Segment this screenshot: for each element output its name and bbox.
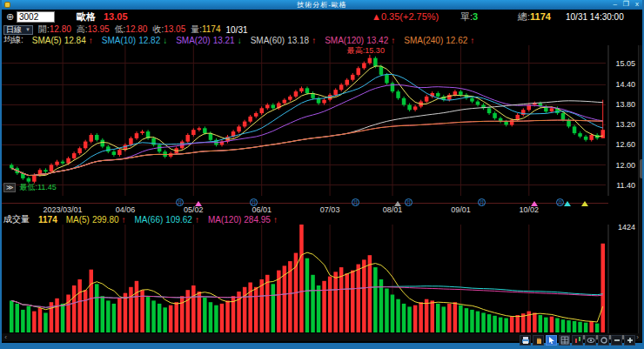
axis-line <box>2 203 608 204</box>
grid-button[interactable] <box>559 335 570 346</box>
volume-ma66-legend: MA(66)109.62↑ <box>135 215 199 225</box>
date-tick: 08/01 <box>383 205 403 214</box>
highest-price-annotation: 最高:15.30 <box>347 45 385 57</box>
price-tick: 12.60 <box>609 140 635 149</box>
month-event-icon: 月 <box>556 198 564 206</box>
volume-ma5-legend: MA(5)299.80↑ <box>66 215 126 225</box>
eye-button[interactable] <box>585 335 596 346</box>
price-tick: 13.20 <box>609 120 635 129</box>
date-tick: 2023/03/01 <box>44 205 83 214</box>
chart-toolbar <box>520 335 635 346</box>
volume-chart[interactable]: 1424 <box>2 225 644 333</box>
month-event-icon: 月 <box>405 198 413 206</box>
sma-legend-prefix: 均線: <box>3 34 23 46</box>
scroll-left-arrow[interactable]: ‹ <box>2 333 10 341</box>
open-value: 開:12.80 <box>38 23 71 36</box>
volume-axis-max: 1424 <box>609 223 635 232</box>
date-tick: 04/06 <box>116 205 136 214</box>
period-dropdown[interactable]: 日線▼ <box>3 25 33 35</box>
volume-header: 成交量 1174 MA(5)299.80↑ MA(66)109.62↑ MA(1… <box>2 214 642 225</box>
date-tick: 10/02 <box>520 205 540 214</box>
single-volume: 單:3 <box>460 11 478 23</box>
close-button[interactable]: x <box>635 0 639 10</box>
stock-code-input[interactable] <box>17 11 55 23</box>
sma60-legend: SMA(60)13.18↑ <box>251 36 316 45</box>
sma-legend-row: 均線: SMA(5)12.84↑ SMA(10)12.82↓ SMA(20)13… <box>2 35 642 45</box>
chevron-down-icon: ▼ <box>25 26 30 34</box>
total-volume: 總:1174 <box>518 11 551 23</box>
lowest-price-annotation: 最低:11.45 <box>19 182 56 193</box>
zoom-in-button[interactable] <box>624 335 635 346</box>
date-tick: 06/01 <box>252 205 272 214</box>
chart-type-button[interactable] <box>572 335 583 346</box>
volume-total: 1174 <box>38 215 57 225</box>
price-tick: 11.40 <box>609 181 635 190</box>
volume-label: 成交量 <box>3 213 30 225</box>
sma20-legend: SMA(20)13.21↓ <box>176 36 241 45</box>
price-tick: 14.40 <box>609 80 635 89</box>
close-value: 收:13.05 <box>152 23 185 36</box>
low-value: 低:12.80 <box>115 23 148 36</box>
sma120-legend: SMA(120)13.42↑ <box>325 36 395 45</box>
event-triangle-icon <box>581 201 588 206</box>
candlestick-svg <box>2 45 644 196</box>
sma10-legend: SMA(10)12.82↓ <box>102 36 167 45</box>
volume-ma120-legend: MA(120)284.95↑ <box>208 215 278 225</box>
window-title: 技術分析-歐格 <box>2 0 642 10</box>
price-tick: 13.80 <box>609 100 635 109</box>
title-bar: 技術分析-歐格 – ❐ x <box>2 0 642 10</box>
cursor-button[interactable] <box>546 335 557 346</box>
volume-svg <box>2 225 644 333</box>
symbol-search-icon[interactable]: ⊕ <box>6 11 14 23</box>
month-event-icon: 月 <box>176 198 184 206</box>
vertical-scrollbar-thumb[interactable] <box>640 159 644 178</box>
price-change: ▲0.35(+2.75%) <box>372 11 439 23</box>
month-event-icon: 月 <box>352 198 359 206</box>
date-tick: 07/03 <box>320 205 340 214</box>
volume-value: 量:1174 <box>191 23 220 36</box>
date-axis: 月月月月月月 2023/03/0104/0605/0206/0107/0308/… <box>2 196 644 214</box>
date-tick: 09/01 <box>451 205 471 214</box>
ohlc-row: 日線▼ 開:12.80 高:13.95 低:12.80 收:13.05 量:11… <box>2 24 642 35</box>
zoom-reset-button[interactable] <box>598 335 609 346</box>
quote-datetime: 10/31 14:30:00 <box>566 11 624 23</box>
price-tick: 12.00 <box>609 161 635 170</box>
expand-button[interactable]: ≫ <box>3 183 16 192</box>
last-price: 13.05 <box>104 11 128 23</box>
minimize-button[interactable]: – <box>613 0 616 10</box>
sma5-legend: SMA(5)12.84↑ <box>32 36 93 45</box>
restore-button[interactable]: ❐ <box>623 0 629 10</box>
zoom-out-button[interactable] <box>611 335 622 346</box>
price-tick: 15.05 <box>609 59 635 68</box>
month-event-icon: 月 <box>478 198 486 206</box>
pan-hand-button[interactable] <box>533 335 544 346</box>
sma240-legend: SMA(240)12.62↑ <box>404 36 474 45</box>
date-tick: 05/02 <box>184 205 204 214</box>
app-window: 技術分析-歐格 – ❐ x ⊕ 歐格 13.05 ▲0.35(+2.75%) 單… <box>0 0 644 349</box>
ohlc-date: 10/31 <box>226 25 248 35</box>
high-value: 高:13.95 <box>77 23 110 36</box>
print-button[interactable] <box>520 335 531 346</box>
event-triangle-icon <box>564 201 571 206</box>
quote-bar: ⊕ 歐格 13.05 ▲0.35(+2.75%) 單:3 總:1174 10/3… <box>2 10 642 24</box>
stock-name: 歐格 <box>77 11 96 23</box>
candlestick-chart[interactable]: 最高:15.30 ≫ 最低:11.45 15.0514.4013.8013.20… <box>2 45 644 196</box>
vertical-scrollbar[interactable] <box>638 45 644 333</box>
